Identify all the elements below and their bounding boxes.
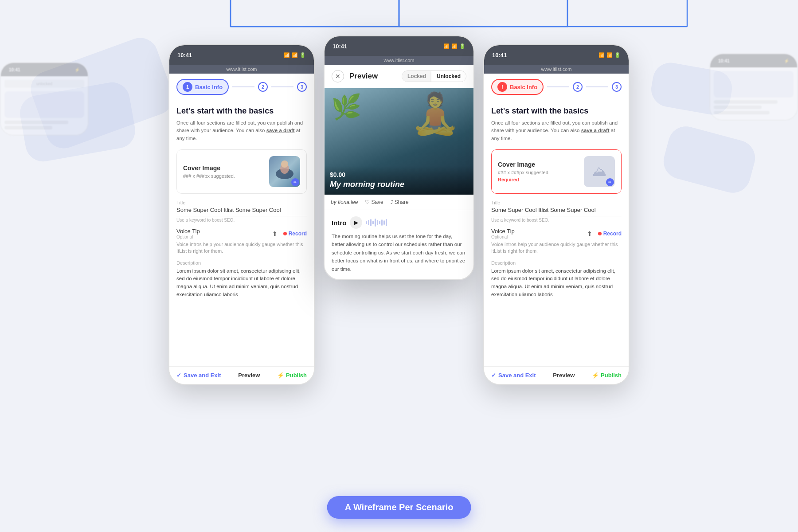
right-voice-label: Voice Tip (491, 228, 515, 235)
left-preview-btn[interactable]: Preview (238, 372, 260, 379)
left-publish-btn[interactable]: ⚡ Publish (277, 372, 307, 379)
left-url-bar: www.itlist.com (169, 65, 314, 74)
right-step-bar: ! Basic Info 2 3 (484, 74, 629, 100)
right-step3[interactable]: 3 (612, 82, 622, 92)
right-record-btn[interactable]: Record (598, 231, 622, 237)
right-title-hint: Use a keyword to boost SEO. (491, 218, 622, 223)
right-desc-text: Lorem ipsum dolor sit amet, consectetur … (491, 267, 622, 299)
left-heading: Let's start with the basics (176, 106, 307, 116)
left-voice-row: Voice Tip Optional ⬆ Record (176, 228, 307, 239)
right-cover-hint: ### x ###px suggested. (498, 170, 550, 175)
left-divider2 (271, 86, 293, 87)
left-voice-optional: Optional (176, 235, 200, 239)
left-action-bar: ✓ Save and Exit Preview ⚡ Publish (169, 366, 314, 384)
left-record-btn[interactable]: Record (283, 231, 307, 237)
bottom-badge-text: A Wireframe Per Scenario (345, 502, 454, 512)
right-step1[interactable]: ! Basic Info (491, 79, 544, 95)
left-time: 10:41 (177, 52, 192, 59)
left-phone: 10:41 📶📶🔋 www.itlist.com 1 Basic Info (168, 44, 315, 385)
right-record-label: Record (603, 231, 622, 237)
right-phone-body: Let's start with the basics Once all fou… (484, 100, 629, 366)
center-url-bar: www.itlist.com (325, 56, 473, 65)
right-title-label: Title (491, 200, 622, 205)
left-title-label: Title (176, 200, 307, 205)
right-voice-group: Voice Tip Optional ⬆ Record Voice intros… (491, 228, 622, 255)
right-voice-hint: Voice intros help your audience quickly … (491, 241, 622, 255)
left-desc-text: Lorem ipsum dolor sit amet, consectetur … (176, 267, 307, 299)
center-preview-image: 🌿 🧘 $0.00 My morning routine (325, 88, 473, 195)
center-preview-actions: by fiona.lee ♡Save ⤴Share (325, 195, 473, 210)
left-save-btn[interactable]: ✓ Save and Exit (176, 372, 221, 379)
right-action-bar: ✓ Save and Exit Preview ⚡ Publish (484, 366, 629, 384)
right-step2[interactable]: 2 (573, 82, 583, 92)
center-preview-header: ✕ Preview Locked Unlocked (325, 65, 473, 88)
plant-icon: 🌿 (331, 93, 362, 121)
left-cover-info: Cover Image ### x ###px suggested. (183, 164, 235, 179)
left-status-icons: 📶📶🔋 (284, 52, 306, 58)
right-error-icon: ! (497, 82, 507, 92)
person-icon: 🧘 (411, 90, 460, 137)
preview-section-text: The morning routine helps us set the ton… (332, 232, 466, 273)
left-voice-group: Voice Tip Optional ⬆ Record Voice intros… (176, 228, 307, 255)
mountain-icon: ⛰ (592, 163, 606, 180)
right-preview-btn[interactable]: Preview (553, 372, 575, 379)
left-step2[interactable]: 2 (258, 82, 268, 92)
right-heading: Let's start with the basics (491, 106, 622, 116)
right-status-bar: 10:41 📶📶🔋 (484, 45, 629, 65)
preview-waveform (366, 218, 387, 227)
center-unlock-opt[interactable]: Unlocked (431, 71, 466, 82)
left-upload-icon[interactable]: ⬆ (270, 229, 280, 239)
right-divider1 (547, 86, 569, 87)
right-upload-icon[interactable]: ⬆ (585, 229, 595, 239)
right-cover-label: Cover Image (498, 161, 550, 168)
preview-share-btn[interactable]: ⤴Share (391, 199, 409, 205)
left-step1[interactable]: 1 Basic Info (176, 79, 229, 95)
bottom-badge: A Wireframe Per Scenario (327, 496, 471, 519)
far-left-phone: 10:41 ⚡ unlocked (0, 62, 89, 136)
left-title-field[interactable]: Title Some Super Cool Itlist Some Super … (176, 200, 307, 223)
right-publish-btn[interactable]: ⚡ Publish (592, 372, 622, 379)
preview-audio: ▶ (350, 216, 387, 229)
left-step-bar: 1 Basic Info 2 3 (169, 74, 314, 100)
center-lock-opt[interactable]: Locked (402, 71, 431, 82)
preview-author: by fiona.lee (331, 199, 358, 205)
right-voice-row: Voice Tip Optional ⬆ Record (491, 228, 622, 239)
center-phone: 10:41 📶📶🔋 www.itlist.com ✕ Preview Locke… (324, 35, 474, 280)
right-edit-badge[interactable]: ✏ (606, 178, 614, 186)
left-title-value: Some Super Cool Itlist Some Super Cool (176, 207, 307, 216)
left-voice-actions: ⬆ Record (270, 229, 307, 239)
center-preview-title: Preview (349, 72, 378, 81)
left-edit-badge[interactable]: ✏ (291, 178, 299, 186)
left-voice-hint: Voice intros help your audience quickly … (176, 241, 307, 255)
right-save-btn[interactable]: ✓ Save and Exit (491, 372, 536, 379)
left-phone-body: Let's start with the basics Once all fou… (169, 100, 314, 366)
right-cover-thumb[interactable]: ⛰ ✏ (584, 156, 615, 187)
left-cover-card[interactable]: Cover Image ### x ###px suggested. (176, 149, 307, 194)
center-lock-toggle: Locked Unlocked (402, 70, 466, 82)
preview-heart-btn[interactable]: ♡Save (365, 199, 383, 205)
right-record-dot (598, 232, 602, 235)
far-right-phone: 10:41 ⚡ (709, 53, 798, 121)
right-voice-left: Voice Tip Optional (491, 228, 515, 239)
right-cover-info: Cover Image ### x ###px suggested. Requi… (498, 161, 550, 182)
left-step3[interactable]: 3 (297, 82, 307, 92)
left-voice-left: Voice Tip Optional (176, 228, 200, 239)
right-cover-card[interactable]: Cover Image ### x ###px suggested. Requi… (491, 149, 622, 194)
right-title-field[interactable]: Title Some Super Cool Itlist Some Super … (491, 200, 622, 223)
right-step1-label: Basic Info (510, 84, 537, 90)
right-desc-label: Description (491, 260, 622, 266)
center-status-icons: 📶📶🔋 (443, 43, 466, 49)
left-desc: Once all four sections are filled out, y… (176, 119, 307, 142)
left-cover-thumb[interactable]: ✏ (269, 156, 300, 187)
right-desc-field: Description Lorem ipsum dolor sit amet, … (491, 260, 622, 299)
right-cover-required: Required (498, 177, 550, 182)
preview-play-btn[interactable]: ▶ (350, 216, 362, 229)
preview-name: My morning routine (330, 180, 468, 189)
svg-point-8 (281, 160, 288, 168)
right-voice-optional: Optional (491, 235, 515, 239)
center-close-btn[interactable]: ✕ (332, 70, 344, 82)
left-step1-label: Basic Info (195, 84, 223, 90)
left-cover-hint: ### x ###px suggested. (183, 173, 235, 179)
preview-intro-label: Intro ▶ (332, 216, 466, 229)
right-title-value: Some Super Cool Itlist Some Super Cool (491, 207, 622, 216)
